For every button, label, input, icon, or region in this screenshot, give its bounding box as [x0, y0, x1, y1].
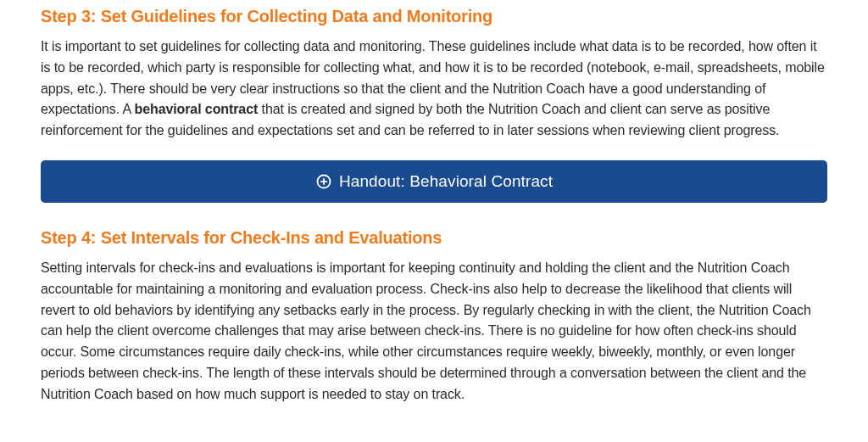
behavioral-contract-phrase: behavioral contract [134, 102, 258, 116]
step4-body: Setting intervals for check-ins and eval… [41, 258, 827, 406]
step4-heading: Step 4: Set Intervals for Check-Ins and … [41, 228, 827, 248]
step4-section: Step 4: Set Intervals for Check-Ins and … [41, 228, 827, 406]
step3-heading: Step 3: Set Guidelines for Collecting Da… [41, 7, 827, 26]
handout-label: Handout: Behavioral Contract [339, 172, 553, 191]
step3-body: It is important to set guidelines for co… [41, 36, 827, 142]
plus-circle-icon [315, 173, 332, 190]
handout-button[interactable]: Handout: Behavioral Contract [41, 160, 827, 203]
step3-section: Step 3: Set Guidelines for Collecting Da… [41, 7, 827, 203]
